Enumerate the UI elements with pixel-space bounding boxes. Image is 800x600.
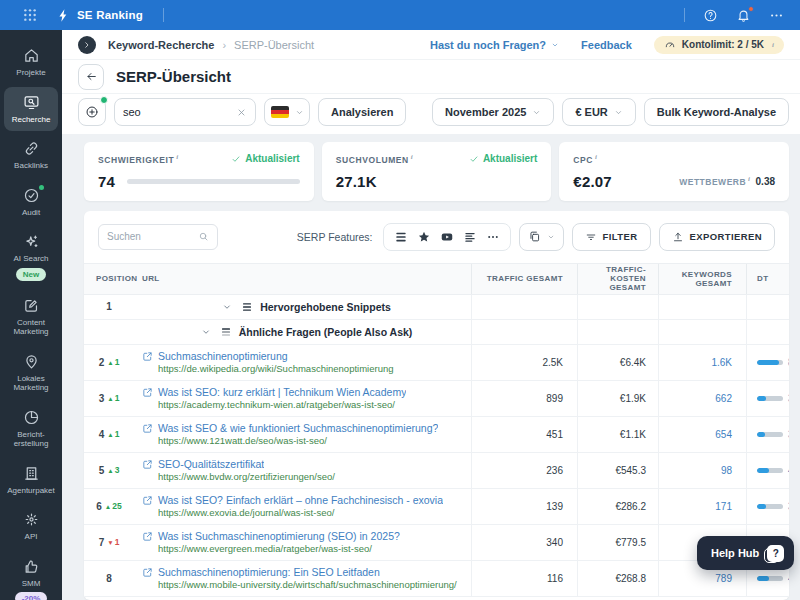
export-button[interactable]: EXPORTIEREN	[659, 223, 776, 251]
featured-snippet-icon	[241, 301, 253, 313]
questions-dropdown[interactable]: Hast du noch Fragen?	[430, 39, 559, 51]
feature-row[interactable]: 1 Hervorgehobene Snippets	[84, 295, 789, 320]
sidebar-item-smm[interactable]: SMM -20%	[4, 551, 58, 600]
volume-card: SUCHVOLUMENi Aktualisiert 27.1K	[322, 142, 552, 201]
updated-badge: Aktualisiert	[469, 153, 537, 164]
column-cost[interactable]: TRAFFIC-KOSTEN GESAMT	[577, 264, 658, 294]
external-link-icon[interactable]	[142, 423, 153, 434]
dt-bar	[757, 360, 783, 365]
sidebar-item-projekte[interactable]: Projekte	[4, 40, 58, 85]
status-dot	[100, 96, 108, 104]
page-header: SERP-Übersicht	[62, 60, 800, 93]
notifications-bell-icon[interactable]	[736, 8, 751, 23]
chevron-down-icon[interactable]	[201, 327, 211, 337]
status-dot	[39, 185, 44, 190]
brand-logo[interactable]: SE Ranking	[56, 8, 143, 23]
result-title-link[interactable]: Was ist SEO: kurz erklärt | Technikum Wi…	[158, 386, 406, 399]
copy-dropdown-button[interactable]	[519, 223, 564, 251]
position-cell: 8	[84, 561, 134, 596]
sidebar-item-backlinks[interactable]: Backlinks	[4, 133, 58, 178]
traffic-value: 340	[471, 525, 577, 560]
sidebar-item-ai-search[interactable]: AI Search New	[4, 226, 58, 288]
period-select[interactable]: November 2025	[432, 98, 554, 126]
position-cell: 21	[84, 345, 134, 380]
keywords-link[interactable]: 1.6K	[658, 345, 746, 380]
sidebar-item-lokales-marketing[interactable]: Lokales Marketing	[4, 346, 58, 400]
star-icon[interactable]	[417, 230, 431, 244]
table-search-input[interactable]	[107, 231, 198, 242]
sidebar-item-api[interactable]: API	[4, 504, 58, 549]
chevron-down-icon	[614, 108, 623, 117]
breadcrumb-current: SERP-Übersicht	[234, 39, 314, 51]
help-icon[interactable]	[703, 8, 718, 23]
add-keyword-button[interactable]	[78, 98, 106, 126]
chevron-down-icon	[547, 233, 555, 241]
dt-bar	[757, 396, 783, 401]
featured-snippet-icon[interactable]	[394, 230, 408, 244]
external-link-icon[interactable]	[142, 567, 153, 578]
brand-name: SE Ranking	[77, 9, 143, 21]
sidebar-item-content-marketing[interactable]: Content Marketing	[4, 290, 58, 344]
breadcrumb-parent[interactable]: Keyword-Recherche	[108, 39, 214, 51]
apps-grid-icon[interactable]	[22, 7, 38, 23]
sidebar-item-audit[interactable]: Audit	[4, 180, 58, 225]
sidebar-expand-icon[interactable]	[78, 36, 96, 54]
sidebar-item-berichterstellung[interactable]: Bericht-erstellung	[4, 402, 58, 456]
more-menu-icon[interactable]	[769, 8, 784, 23]
sparkles-icon	[23, 233, 40, 250]
breadcrumb-bar: Keyword-Recherche › SERP-Übersicht Hast …	[62, 30, 800, 60]
chevron-down-icon[interactable]	[222, 302, 232, 312]
column-position[interactable]: POSITION	[84, 274, 134, 283]
external-link-icon[interactable]	[142, 531, 153, 542]
result-title-link[interactable]: Was ist SEO? Einfach erklärt – ohne Fach…	[158, 494, 443, 507]
back-button[interactable]	[78, 64, 104, 90]
column-keywords[interactable]: KEYWORDS GESAMT	[658, 264, 746, 294]
video-icon[interactable]	[440, 230, 454, 244]
traffic-cost-value: €545.3	[577, 453, 658, 488]
column-dt[interactable]: DT	[746, 264, 789, 294]
page-title: SERP-Übersicht	[116, 68, 231, 85]
region-select[interactable]	[264, 98, 310, 126]
currency-select[interactable]: € EUR	[562, 98, 635, 126]
clear-icon[interactable]	[236, 107, 247, 118]
feature-row[interactable]: Ähnliche Fragen (People Also Ask)	[84, 320, 789, 345]
account-limit-badge[interactable]: Kontolimit: 2 / 5Ki	[654, 36, 784, 54]
germany-flag-icon	[271, 106, 289, 118]
result-title-link[interactable]: Suchmaschinenoptimierung: Ein SEO Leitfa…	[158, 566, 380, 579]
filter-button[interactable]: FILTER	[572, 223, 651, 251]
sidebar-item-agenturpaket[interactable]: Agenturpaket	[4, 458, 58, 503]
keywords-link[interactable]: 662	[658, 381, 746, 416]
keywords-link[interactable]: 654	[658, 417, 746, 452]
serp-features-strip	[383, 223, 511, 251]
analyze-button[interactable]: Analysieren	[318, 98, 406, 126]
cpc-value: €2.07	[573, 173, 612, 190]
bulk-analysis-button[interactable]: Bulk Keyword-Analyse	[644, 98, 789, 126]
sidebar-item-recherche[interactable]: Recherche	[4, 87, 58, 132]
keyword-input-wrap	[114, 98, 256, 126]
table-row: 31 Was ist SEO: kurz erklärt | Technikum…	[84, 381, 789, 417]
external-link-icon[interactable]	[142, 459, 153, 470]
more-icon[interactable]	[486, 230, 500, 244]
dt-bar	[757, 432, 783, 437]
building-icon	[23, 465, 40, 482]
help-hub-button[interactable]: Help Hub ?	[697, 536, 794, 570]
top-bar: SE Ranking	[0, 0, 800, 30]
feedback-link[interactable]: Feedback	[581, 39, 632, 51]
filter-icon	[585, 231, 597, 243]
table-row: 71 Was ist Suchmaschinenoptimierung (SEO…	[84, 525, 789, 561]
keywords-link[interactable]: 171	[658, 489, 746, 524]
traffic-cost-value: €6.4K	[577, 345, 658, 380]
result-title-link[interactable]: Was ist SEO & wie funktioniert Suchmasch…	[158, 422, 438, 435]
table-row: 625 Was ist SEO? Einfach erklärt – ohne …	[84, 489, 789, 525]
result-title-link[interactable]: Was ist Suchmaschinenoptimierung (SEO) i…	[158, 530, 400, 543]
keywords-link[interactable]: 98	[658, 453, 746, 488]
external-link-icon[interactable]	[142, 495, 153, 506]
external-link-icon[interactable]	[142, 351, 153, 362]
external-link-icon[interactable]	[142, 387, 153, 398]
table-header: POSITION URL TRAFFIC GESAMT TRAFFIC-KOST…	[84, 263, 789, 295]
result-title-link[interactable]: SEO-Qualitätszertifikat	[158, 458, 264, 471]
result-title-link[interactable]: Suchmaschinenoptimierung	[158, 350, 288, 363]
list-icon[interactable]	[463, 230, 477, 244]
keyword-input[interactable]	[123, 106, 236, 118]
column-traffic[interactable]: TRAFFIC GESAMT	[471, 264, 577, 294]
